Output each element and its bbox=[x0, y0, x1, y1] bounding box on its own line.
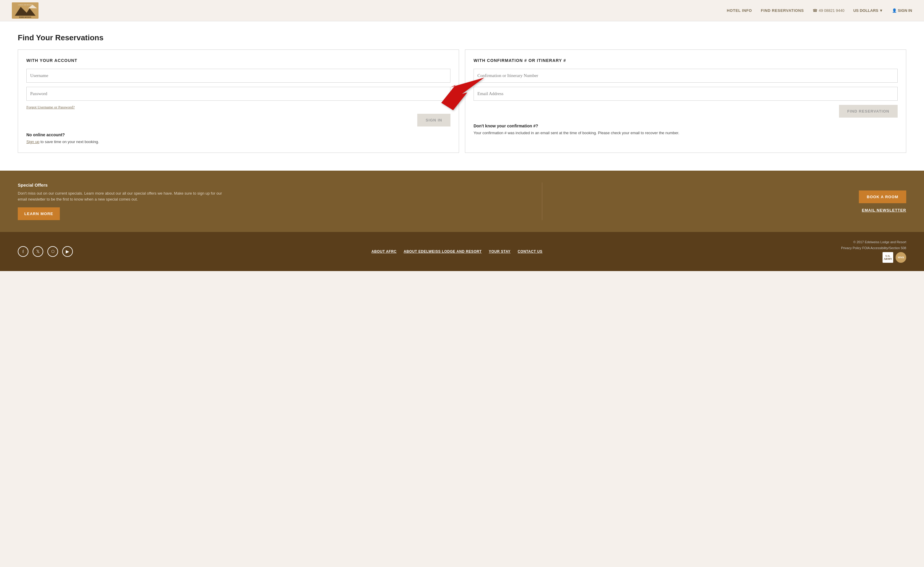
no-account-text: Sign up to save time on your next bookin… bbox=[26, 140, 99, 144]
footer-offers-left: Special Offers Don't miss out on our cur… bbox=[18, 183, 225, 220]
logo-area: EDELWEISS LODGE AND RESORT bbox=[12, 2, 39, 19]
footer-about-afrc[interactable]: ABOUT AFRC bbox=[371, 249, 396, 254]
page-background bbox=[0, 271, 924, 330]
twitter-icon[interactable]: 𝕏 bbox=[33, 246, 43, 257]
currency-selector[interactable]: US DOLLARS ▼ bbox=[853, 8, 883, 13]
dont-know-text: Your confirmation # was included in an e… bbox=[474, 130, 898, 136]
instagram-icon[interactable]: ⬡ bbox=[47, 246, 58, 257]
header: EDELWEISS LODGE AND RESORT HOTEL INFO FI… bbox=[0, 0, 924, 21]
confirmation-panel: WITH CONFIRMATION # OR ITINERARY # FIND … bbox=[465, 50, 906, 153]
confirmation-panel-title: WITH CONFIRMATION # OR ITINERARY # bbox=[474, 58, 898, 63]
email-input[interactable] bbox=[474, 87, 898, 101]
reservations-grid: WITH YOUR ACCOUNT Forgot Username or Pas… bbox=[18, 50, 906, 153]
confirmation-number-input[interactable] bbox=[474, 69, 898, 82]
footer-offers-right: BOOK A ROOM EMAIL NEWSLETTER bbox=[859, 190, 906, 212]
currency-label: US DOLLARS bbox=[853, 8, 878, 13]
learn-more-button[interactable]: LEARN MORE bbox=[18, 207, 60, 220]
find-reservations-nav[interactable]: FIND RESERVATIONS bbox=[761, 8, 804, 13]
morale-badge: MWR bbox=[896, 252, 906, 263]
password-input[interactable] bbox=[26, 87, 450, 101]
footer-social: f 𝕏 ⬡ ▶ bbox=[18, 246, 73, 257]
logo-image: EDELWEISS LODGE AND RESORT bbox=[12, 2, 39, 19]
account-panel: WITH YOUR ACCOUNT Forgot Username or Pas… bbox=[18, 50, 459, 153]
special-offers-text: Don't miss out on our current specials. … bbox=[18, 190, 225, 202]
phone-icon: ☎ bbox=[813, 8, 818, 13]
phone-number: 49 08821 9440 bbox=[819, 8, 844, 13]
footer-about-edelweiss[interactable]: ABOUT EDELWEISS LODGE AND RESORT bbox=[404, 249, 482, 254]
page-title: Find Your Reservations bbox=[18, 33, 906, 42]
no-account-section: No online account? Sign up to save time … bbox=[26, 126, 450, 144]
footer-divider bbox=[542, 183, 542, 220]
book-room-button[interactable]: BOOK A ROOM bbox=[859, 190, 906, 203]
svg-text:LODGE AND RESORT: LODGE AND RESORT bbox=[18, 4, 33, 6]
email-newsletter-link[interactable]: EMAIL NEWSLETTER bbox=[862, 208, 906, 212]
sign-in-label: SIGN IN bbox=[898, 8, 912, 13]
footer-contact-us[interactable]: CONTACT US bbox=[518, 249, 543, 254]
footer-bottom: f 𝕏 ⬡ ▶ ABOUT AFRC ABOUT EDELWEISS LODGE… bbox=[0, 232, 924, 271]
forgot-link[interactable]: Forgot Username or Password? bbox=[26, 105, 450, 110]
user-icon: 👤 bbox=[892, 8, 897, 13]
no-account-text-post: to save time on your next booking. bbox=[39, 140, 99, 144]
find-reservation-button[interactable]: FIND RESERVATION bbox=[839, 105, 898, 118]
phone-nav: ☎ 49 08821 9440 bbox=[813, 8, 844, 13]
main-nav: HOTEL INFO FIND RESERVATIONS ☎ 49 08821 … bbox=[727, 8, 912, 13]
currency-chevron-icon: ▼ bbox=[879, 8, 883, 13]
svg-text:EDELWEISS: EDELWEISS bbox=[19, 16, 32, 18]
youtube-icon[interactable]: ▶ bbox=[62, 246, 73, 257]
copyright-text: © 2017 Edelweiss Lodge and Resort bbox=[853, 240, 906, 244]
footer-logos: U.S.ARMY MWR bbox=[882, 252, 906, 263]
sign-up-link[interactable]: Sign up bbox=[26, 140, 39, 144]
account-panel-title: WITH YOUR ACCOUNT bbox=[26, 58, 450, 63]
sign-in-button[interactable]: SIGN IN bbox=[417, 114, 450, 126]
footer-your-stay[interactable]: YOUR STAY bbox=[489, 249, 511, 254]
dont-know-section: Don't know your confirmation #? Your con… bbox=[474, 118, 898, 136]
no-account-title: No online account? bbox=[26, 132, 450, 137]
facebook-icon[interactable]: f bbox=[18, 246, 28, 257]
username-input[interactable] bbox=[26, 69, 450, 82]
main-content: Find Your Reservations WITH YOUR ACCOUNT… bbox=[0, 21, 924, 171]
special-offers-title: Special Offers bbox=[18, 183, 225, 188]
legal-links: Privacy Policy FOIA Accessibility/Sectio… bbox=[841, 246, 906, 250]
army-badge: U.S.ARMY bbox=[882, 252, 893, 263]
sign-in-nav[interactable]: 👤 SIGN IN bbox=[892, 8, 912, 13]
hotel-info-nav[interactable]: HOTEL INFO bbox=[727, 8, 752, 13]
footer-right: © 2017 Edelweiss Lodge and Resort Privac… bbox=[841, 240, 906, 263]
footer-offers-section: Special Offers Don't miss out on our cur… bbox=[0, 171, 924, 232]
dont-know-title: Don't know your confirmation #? bbox=[474, 123, 898, 128]
footer-nav-links: ABOUT AFRC ABOUT EDELWEISS LODGE AND RES… bbox=[371, 249, 543, 254]
